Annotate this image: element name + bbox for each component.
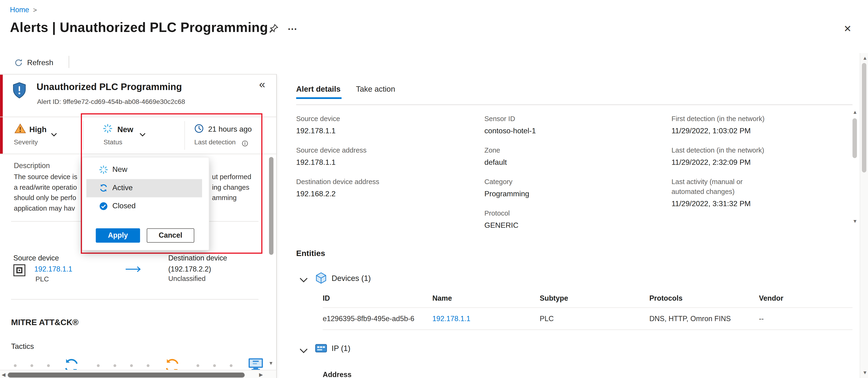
field-value: Programming bbox=[484, 189, 595, 199]
divider bbox=[11, 299, 258, 300]
severity-chevron-down-icon[interactable] bbox=[51, 129, 57, 139]
field-label: Zone bbox=[484, 145, 595, 155]
status-new-icon bbox=[103, 124, 112, 135]
mitre-title: MITRE ATT&CK® bbox=[11, 317, 79, 327]
refresh-icon[interactable] bbox=[14, 59, 23, 69]
status-option-closed[interactable]: Closed bbox=[83, 197, 209, 215]
source-device-label: Source device bbox=[13, 254, 59, 262]
device-protocols-cell: DNS, HTTP, Omron FINS bbox=[649, 314, 759, 323]
details-column: Source device 192.178.1.1 Source device … bbox=[296, 114, 385, 208]
status-dropdown-menu: New Active Closed Apply Cancel bbox=[82, 157, 209, 250]
description-text: ing changes bbox=[212, 182, 250, 193]
tab-take-action[interactable]: Take action bbox=[356, 84, 395, 94]
ip-section-chevron-icon[interactable] bbox=[300, 346, 308, 355]
field-value: 192.168.2.2 bbox=[296, 189, 385, 199]
severity-label: Severity bbox=[14, 138, 38, 146]
close-icon[interactable]: ✕ bbox=[844, 23, 852, 35]
column-header: Vendor bbox=[759, 294, 852, 302]
devices-entity-icon bbox=[315, 272, 327, 286]
description-text: a read/write operatio bbox=[14, 182, 77, 193]
field-label: Source device address bbox=[296, 145, 385, 155]
field: Zone default bbox=[484, 145, 595, 167]
status-closed-check-icon bbox=[99, 202, 108, 212]
ip-section-title[interactable]: IP (1) bbox=[332, 344, 350, 353]
carousel-dot bbox=[97, 364, 100, 367]
device-name-link[interactable]: 192.178.1.1 bbox=[432, 314, 539, 323]
breadcrumb-home-link[interactable]: Home bbox=[10, 6, 29, 14]
field-label: Category bbox=[484, 177, 595, 187]
field-value: GENERIC bbox=[484, 220, 595, 228]
apply-button[interactable]: Apply bbox=[96, 228, 140, 243]
destination-device-ip: (192.178.2.2) bbox=[168, 265, 211, 273]
collapse-pane-icon[interactable]: « bbox=[259, 78, 265, 91]
more-options-icon[interactable]: … bbox=[287, 21, 297, 32]
carousel-dot bbox=[230, 364, 232, 367]
tactics-label: Tactics bbox=[11, 342, 34, 350]
field-value: contoso-hotel-1 bbox=[484, 126, 595, 136]
details-column: First detection (in the network) 11/29/2… bbox=[672, 114, 768, 218]
field-value: 11/29/2022, 1:03:02 PM bbox=[672, 126, 768, 136]
field-label: Sensor ID bbox=[484, 114, 595, 124]
description-text: The source device is bbox=[14, 172, 78, 182]
app-window: Home> Alerts | Unauthorized PLC Programm… bbox=[0, 0, 868, 378]
pane-scroll-right-icon[interactable]: ▶ bbox=[259, 373, 263, 378]
status-option-active[interactable]: Active bbox=[83, 179, 209, 198]
devices-section-title[interactable]: Devices (1) bbox=[332, 274, 371, 282]
field: Source device 192.178.1.1 bbox=[296, 114, 385, 136]
cancel-button[interactable]: Cancel bbox=[147, 228, 194, 243]
carousel-dot bbox=[30, 364, 33, 367]
info-icon[interactable] bbox=[242, 139, 248, 148]
field-label: Last activity (manual or automated chang… bbox=[672, 177, 768, 197]
devices-section-chevron-icon[interactable] bbox=[300, 275, 308, 285]
carousel-dot bbox=[213, 364, 216, 367]
alert-title: Unauthorized PLC Programming bbox=[36, 82, 182, 93]
carousel-dot bbox=[196, 364, 199, 367]
carousel-dot bbox=[147, 364, 150, 367]
field-value: default bbox=[484, 158, 595, 167]
alert-details-grid: Source device 192.178.1.1 Source device … bbox=[296, 108, 851, 228]
status-option-new[interactable]: New bbox=[83, 161, 209, 179]
pane-vertical-scrollbar-thumb[interactable] bbox=[269, 157, 274, 255]
pin-icon[interactable] bbox=[269, 24, 279, 35]
source-device-ip-link[interactable]: 192.178.1.1 bbox=[34, 265, 72, 273]
pane-scroll-left-icon[interactable]: ◀ bbox=[2, 373, 5, 378]
alert-detail-pane: Unauthorized PLC Programming Alert ID: 9… bbox=[0, 74, 277, 378]
description-label: Description bbox=[14, 162, 50, 170]
divider bbox=[0, 154, 277, 154]
device-subtype-cell: PLC bbox=[540, 314, 650, 323]
page-scrollbar-thumb[interactable] bbox=[862, 63, 866, 173]
status-chevron-down-icon[interactable] bbox=[140, 129, 146, 139]
field: Last detection (in the network) 11/29/20… bbox=[672, 145, 768, 167]
pane-horizontal-scrollbar: ◀ ▶ bbox=[0, 370, 277, 378]
pane-scroll-down-icon[interactable]: ▼ bbox=[268, 361, 273, 366]
refresh-button[interactable]: Refresh bbox=[27, 59, 53, 67]
field: First detection (in the network) 11/29/2… bbox=[672, 114, 768, 136]
page-vertical-scrollbar: ▲ ▼ bbox=[860, 53, 868, 378]
divider bbox=[0, 116, 277, 117]
carousel-dot bbox=[47, 364, 50, 367]
page-scroll-up-icon[interactable]: ▲ bbox=[862, 56, 867, 61]
clock-icon bbox=[194, 124, 204, 135]
status-option-label: Closed bbox=[112, 202, 135, 210]
details-scroll-down-icon[interactable]: ▼ bbox=[852, 219, 858, 224]
field: Last activity (manual or automated chang… bbox=[672, 177, 768, 209]
status-new-icon bbox=[99, 165, 108, 176]
field: Category Programming bbox=[484, 177, 595, 199]
field-label: Protocol bbox=[484, 208, 595, 218]
details-scroll-up-icon[interactable]: ▲ bbox=[852, 110, 858, 115]
field-label: Last detection (in the network) bbox=[672, 145, 768, 155]
details-scrollbar-thumb[interactable] bbox=[852, 118, 857, 158]
field: Destination device address 192.168.2.2 bbox=[296, 177, 385, 199]
pane-horizontal-scrollbar-thumb[interactable] bbox=[8, 372, 245, 377]
column-header: Protocols bbox=[649, 294, 759, 302]
divider bbox=[296, 104, 852, 105]
destination-device-type: Unclassified bbox=[168, 275, 206, 282]
breadcrumb: Home> bbox=[10, 6, 37, 14]
status-option-label: Active bbox=[112, 183, 132, 192]
description-text: ut performed bbox=[212, 172, 251, 182]
page-scroll-down-icon[interactable]: ▼ bbox=[862, 370, 867, 375]
field-value: 11/29/2022, 2:32:09 PM bbox=[672, 158, 768, 167]
carousel-dot bbox=[130, 364, 133, 367]
tab-alert-details[interactable]: Alert details bbox=[296, 84, 340, 94]
last-detection-label: Last detection bbox=[194, 138, 236, 146]
